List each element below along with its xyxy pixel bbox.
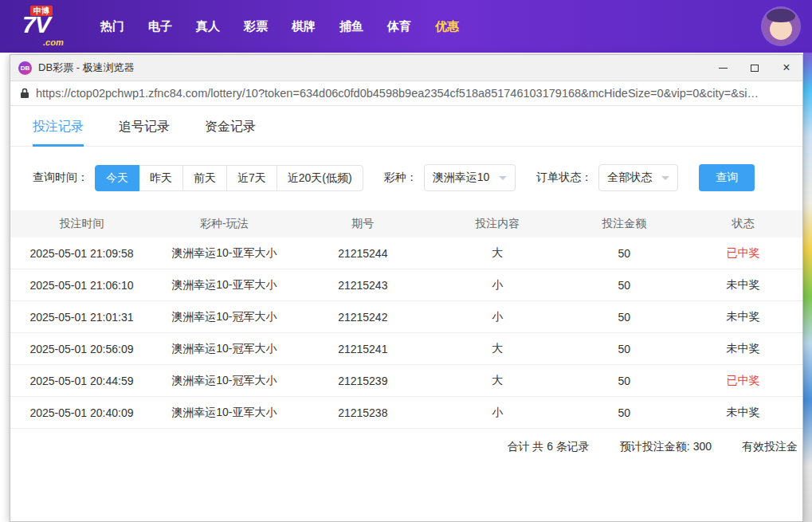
- url-input[interactable]: https://ctop02pchwp1.zfnc84.com/lottery/…: [36, 87, 793, 100]
- chevron-down-icon: [661, 176, 669, 180]
- cell-amount: 50: [565, 279, 684, 292]
- table-row: 2025-05-01 20:56:09澳洲幸运10-冠军大小21215241大5…: [10, 333, 802, 365]
- time-filter-3[interactable]: 近7天: [226, 165, 277, 191]
- cell-issue: 21215239: [296, 375, 430, 387]
- summary-row: 合计 共 6 条记录 预计投注金额: 300 有效投注金: [10, 429, 802, 465]
- cell-content: 小: [430, 406, 565, 420]
- table-header: 投注时间彩种-玩法期号投注内容投注金额状态: [10, 210, 802, 237]
- nav-item-1[interactable]: 电子: [148, 19, 172, 34]
- cell-time: 2025-05-01 20:56:09: [10, 343, 153, 355]
- table-row: 2025-05-01 21:06:10澳洲幸运10-亚军大小21215243小5…: [10, 269, 802, 301]
- nav-item-4[interactable]: 棋牌: [292, 19, 316, 34]
- maximize-button[interactable]: [739, 55, 771, 81]
- cell-issue: 21215241: [296, 343, 430, 355]
- cell-issue: 21215244: [296, 247, 430, 260]
- summary-total: 合计 共 6 条记录: [507, 440, 589, 454]
- cell-status: 未中奖: [684, 342, 802, 356]
- query-button[interactable]: 查询: [699, 164, 755, 191]
- cell-time: 2025-05-01 21:09:58: [10, 247, 153, 260]
- lottery-select[interactable]: 澳洲幸运10: [424, 164, 516, 191]
- time-filter-label: 查询时间：: [33, 171, 88, 185]
- lottery-filter-label: 彩种：: [384, 171, 418, 185]
- page-content: 投注记录追号记录资金记录 查询时间： 今天昨天前天近7天近20天(低频) 彩种：…: [10, 106, 802, 521]
- nav-item-2[interactable]: 真人: [196, 19, 220, 34]
- cell-game: 澳洲幸运10-冠军大小: [153, 310, 296, 324]
- time-filter-4[interactable]: 近20天(低频): [277, 165, 363, 191]
- user-avatar[interactable]: [763, 8, 799, 45]
- time-filter-2[interactable]: 前天: [182, 165, 227, 191]
- cell-content: 小: [430, 310, 565, 324]
- cell-amount: 50: [565, 375, 684, 387]
- nav-item-0[interactable]: 热门: [100, 19, 124, 34]
- maximize-icon: [751, 65, 759, 72]
- time-filter-0[interactable]: 今天: [95, 165, 139, 191]
- order-status-value: 全部状态: [607, 171, 652, 185]
- cell-content: 大: [430, 246, 565, 261]
- order-status-select[interactable]: 全部状态: [598, 164, 678, 191]
- table-body: 2025-05-01 21:09:58澳洲幸运10-亚军大小21215244大5…: [10, 237, 802, 429]
- header-cell-3: 投注内容: [430, 217, 565, 231]
- nav-item-6[interactable]: 体育: [387, 19, 411, 34]
- summary-valid-amount: 有效投注金: [742, 440, 798, 454]
- minimize-button[interactable]: [707, 55, 739, 81]
- address-bar: https://ctop02pchwp1.zfnc84.com/lottery/…: [10, 81, 802, 106]
- table-row: 2025-05-01 20:44:59澳洲幸运10-冠军大小21215239大5…: [10, 365, 802, 397]
- cell-issue: 21215242: [296, 311, 430, 324]
- nav-item-5[interactable]: 捕鱼: [339, 19, 363, 34]
- nav-item-3[interactable]: 彩票: [244, 19, 268, 34]
- time-filter-1[interactable]: 昨天: [139, 165, 183, 191]
- chevron-down-icon: [499, 176, 507, 180]
- brand-logo[interactable]: 申博 7V .com: [19, 5, 75, 48]
- table-row: 2025-05-01 20:40:09澳洲幸运10-亚军大小21215238小5…: [10, 397, 802, 429]
- filter-bar: 查询时间： 今天昨天前天近7天近20天(低频) 彩种： 澳洲幸运10 订单状态：…: [33, 164, 802, 191]
- bet-records-table: 投注时间彩种-玩法期号投注内容投注金额状态 2025-05-01 21:09:5…: [10, 210, 802, 429]
- cell-game: 澳洲幸运10-亚军大小: [153, 278, 296, 292]
- lock-icon[interactable]: [20, 88, 29, 99]
- cell-time: 2025-05-01 20:44:59: [10, 375, 153, 387]
- header-cell-5: 状态: [684, 217, 802, 231]
- time-filter-group: 今天昨天前天近7天近20天(低频): [95, 165, 363, 191]
- cell-amount: 50: [565, 311, 684, 324]
- browser-window: DB DB彩票 - 极速浏览器 × https://ctop02pchwp1.z…: [10, 54, 803, 522]
- brand-name: 7V: [22, 12, 50, 37]
- cell-status: 未中奖: [684, 310, 802, 324]
- cell-time: 2025-05-01 20:40:09: [10, 406, 153, 419]
- cell-status: 已中奖: [684, 246, 802, 261]
- cell-game: 澳洲幸运10-亚军大小: [153, 406, 296, 420]
- cell-issue: 21215238: [296, 406, 430, 419]
- cell-content: 大: [430, 374, 565, 388]
- top-nav: 热门电子真人彩票棋牌捕鱼体育优惠: [100, 19, 459, 34]
- close-icon: ×: [783, 61, 790, 74]
- nav-item-7[interactable]: 优惠: [435, 19, 459, 34]
- summary-expected-amount: 预计投注金额: 300: [620, 440, 712, 454]
- cell-amount: 50: [565, 406, 684, 419]
- tabs: 投注记录追号记录资金记录: [10, 106, 802, 147]
- header-cell-2: 期号: [296, 217, 430, 231]
- cell-status: 未中奖: [684, 278, 802, 292]
- cell-content: 小: [430, 278, 565, 292]
- window-titlebar[interactable]: DB DB彩票 - 极速浏览器 ×: [10, 55, 802, 81]
- background-page-sliver: [803, 53, 812, 522]
- header-cell-0: 投注时间: [10, 217, 153, 231]
- cell-issue: 21215243: [296, 279, 430, 292]
- minimize-icon: [719, 68, 728, 69]
- site-topbar: 申博 7V .com 热门电子真人彩票棋牌捕鱼体育优惠: [0, 0, 812, 53]
- cell-time: 2025-05-01 21:06:10: [10, 279, 153, 292]
- window-title: DB彩票 - 极速浏览器: [38, 61, 707, 75]
- header-cell-1: 彩种-玩法: [153, 217, 296, 231]
- cell-time: 2025-05-01 21:01:31: [10, 311, 153, 324]
- lottery-select-value: 澳洲幸运10: [433, 171, 490, 185]
- browser-app-icon: DB: [18, 61, 32, 75]
- cell-status: 未中奖: [684, 406, 802, 420]
- cell-game: 澳洲幸运10-冠军大小: [153, 342, 296, 356]
- cell-game: 澳洲幸运10-亚军大小: [153, 246, 296, 261]
- tab-1[interactable]: 追号记录: [119, 119, 170, 146]
- cell-amount: 50: [565, 247, 684, 260]
- tab-2[interactable]: 资金记录: [205, 119, 256, 146]
- tab-0[interactable]: 投注记录: [33, 119, 84, 146]
- close-button[interactable]: ×: [771, 55, 802, 81]
- cell-content: 大: [430, 342, 565, 356]
- status-filter-label: 订单状态：: [536, 171, 592, 185]
- cell-status: 已中奖: [684, 374, 802, 388]
- cell-game: 澳洲幸运10-冠军大小: [153, 374, 296, 388]
